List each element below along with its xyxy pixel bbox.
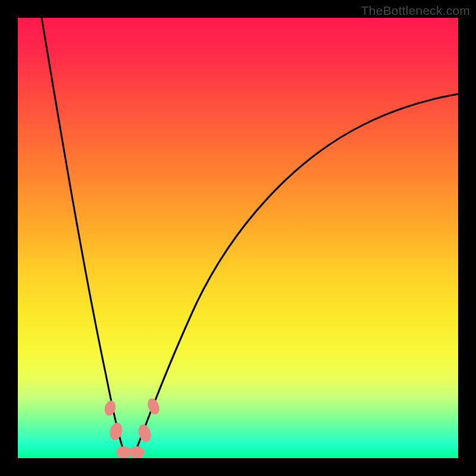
blob-left-lower	[108, 421, 124, 441]
blob-bottom-2	[129, 446, 145, 458]
chart-svg	[18, 18, 458, 458]
plot-area	[18, 18, 458, 458]
curve-left-branch	[42, 18, 125, 455]
marker-blobs	[103, 397, 161, 458]
blob-right-lower	[136, 423, 153, 444]
blob-left-upper	[103, 399, 117, 417]
watermark-text: TheBottleneck.com	[361, 4, 470, 18]
curve-right-branch	[134, 94, 458, 455]
blob-right-upper	[146, 397, 161, 416]
outer-frame: TheBottleneck.com	[0, 0, 476, 476]
